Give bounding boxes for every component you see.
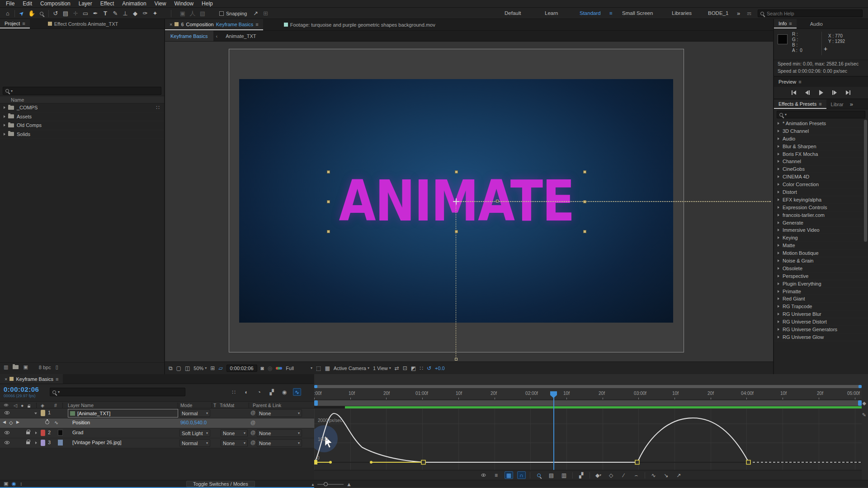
effects-category-row[interactable]: Red Giant bbox=[774, 295, 868, 303]
workspace-small-screen[interactable]: Small Screen bbox=[622, 8, 653, 19]
panel-menu-icon[interactable]: ≡ bbox=[22, 21, 25, 26]
expander-icon[interactable] bbox=[778, 198, 779, 201]
add-keyframe-icon[interactable]: ◆▾ bbox=[594, 471, 603, 479]
col-parent-link[interactable]: Parent & Link bbox=[253, 403, 281, 408]
menu-item[interactable]: Help bbox=[198, 0, 217, 8]
navigator-start-handle[interactable] bbox=[314, 385, 317, 388]
project-bit-depth[interactable]: 8 bpc bbox=[39, 365, 51, 370]
zoom-tool-icon[interactable] bbox=[37, 9, 47, 18]
view-layout-dropdown[interactable]: 1 View▾ bbox=[373, 366, 391, 371]
bezier-interpolation-icon[interactable]: ⌢ bbox=[632, 471, 641, 479]
anchor-point[interactable] bbox=[453, 198, 459, 205]
stopwatch-icon[interactable] bbox=[45, 420, 49, 425]
channels-icon[interactable] bbox=[276, 367, 282, 370]
menu-item[interactable]: File bbox=[2, 0, 19, 8]
expander-icon[interactable] bbox=[778, 214, 779, 216]
menu-item[interactable]: Composition bbox=[36, 0, 75, 8]
reset-exposure-icon[interactable]: ↺ bbox=[427, 365, 431, 371]
layer-name[interactable]: [Vintage Paper 26.jpg] bbox=[72, 440, 122, 445]
view-tab-keyframe-basics[interactable]: Keyframe Basics bbox=[165, 31, 213, 41]
draft-3d-icon[interactable]: ◐ bbox=[242, 388, 250, 396]
camera-tool-icon[interactable]: ▤ bbox=[61, 9, 71, 18]
frame-blending-icon[interactable]: ▞ bbox=[268, 388, 276, 396]
scrollbar-thumb[interactable] bbox=[864, 120, 867, 242]
menu-item[interactable]: Effect bbox=[96, 0, 118, 8]
blend-mode-dropdown[interactable]: Normal▾ bbox=[179, 409, 210, 417]
choose-properties-icon[interactable] bbox=[479, 471, 488, 479]
effects-category-row[interactable]: Generate bbox=[774, 219, 868, 227]
linear-interpolation-icon[interactable]: ∕ bbox=[619, 471, 628, 479]
roto-brush-tool-icon[interactable]: ✑ bbox=[140, 9, 150, 18]
effects-category-row[interactable]: CineGobs bbox=[774, 165, 868, 173]
parent-dropdown[interactable]: None▾ bbox=[257, 429, 302, 437]
eraser-tool-icon[interactable]: ◆ bbox=[130, 9, 140, 18]
new-folder-icon[interactable] bbox=[13, 365, 19, 370]
search-help-input[interactable] bbox=[767, 11, 848, 16]
angle-snap-icon[interactable]: ↗ bbox=[251, 9, 261, 18]
expander-icon[interactable] bbox=[778, 328, 779, 331]
keyframe-nav-left-icon[interactable]: ◀ bbox=[3, 420, 6, 424]
expander-icon[interactable] bbox=[778, 236, 779, 239]
tab-info[interactable]: Info≡ bbox=[774, 19, 797, 28]
panel-menu-icon[interactable]: ≡ bbox=[56, 376, 58, 382]
project-folder-row[interactable]: Old Comps bbox=[0, 121, 164, 130]
effects-category-row[interactable]: * Animation Presets bbox=[774, 120, 868, 127]
expander-icon[interactable] bbox=[778, 153, 779, 155]
menu-item[interactable]: Layer bbox=[75, 0, 96, 8]
blend-mode-dropdown[interactable]: Soft Light▾ bbox=[179, 429, 210, 437]
trkmat-dropdown[interactable]: None▾ bbox=[221, 439, 248, 447]
tab-libraries[interactable]: Librar bbox=[826, 99, 848, 109]
visibility-eye-icon[interactable] bbox=[5, 440, 9, 445]
tab-effects-presets[interactable]: Effects & Presets≡ bbox=[774, 99, 826, 109]
effects-search-box[interactable]: ▾ bbox=[777, 111, 865, 118]
expander-icon[interactable] bbox=[778, 244, 779, 247]
visibility-eye-icon[interactable] bbox=[5, 430, 9, 435]
pickwhip-icon[interactable]: @ bbox=[250, 410, 255, 415]
always-preview-icon[interactable]: ⧉ bbox=[169, 365, 173, 371]
lock-icon[interactable] bbox=[26, 440, 30, 445]
zoom-out-mountain-icon[interactable]: ▲ bbox=[311, 483, 315, 487]
workspace-settings-icon[interactable]: ⚎ bbox=[747, 8, 751, 19]
comp-button-icon[interactable]: ✎ bbox=[862, 412, 866, 418]
play-button[interactable] bbox=[816, 89, 826, 96]
col-mode[interactable]: Mode bbox=[180, 403, 192, 408]
expander-icon[interactable] bbox=[778, 221, 779, 224]
effects-category-row[interactable]: Motion Boutique bbox=[774, 249, 868, 257]
last-frame-button[interactable] bbox=[843, 89, 853, 96]
tab-footage[interactable]: Footage: turquoise and purple geometric … bbox=[279, 19, 440, 30]
comp-timecode[interactable]: 0:00:02:06 bbox=[226, 365, 257, 372]
transform-box-icon[interactable]: ▦ bbox=[505, 471, 513, 479]
time-ruler[interactable]: :00f 10f 20f 01:00f 10f 20f 02:00f 10f 2… bbox=[314, 389, 862, 400]
speed-graph[interactable]: 2000 px/sec 1000 0 bbox=[314, 409, 862, 470]
tab-composition[interactable]: × 6 Composition Keyframe Basics ≡ bbox=[165, 19, 263, 30]
mini-flowchart-icon[interactable]: ∷ bbox=[230, 388, 238, 396]
project-search-box[interactable]: ▾ bbox=[3, 87, 161, 95]
property-row-position[interactable]: ◀ ◇ ▶ ∿ Position 960.0,540.0 @ bbox=[0, 418, 314, 428]
expander-icon[interactable] bbox=[778, 275, 779, 277]
first-frame-button[interactable] bbox=[789, 89, 799, 96]
zoom-in-mountain-icon[interactable]: ▲ bbox=[346, 481, 352, 488]
effects-category-row[interactable]: RG Universe Blur bbox=[774, 310, 868, 318]
clone-stamp-tool-icon[interactable]: ⊥ bbox=[120, 9, 130, 18]
show-snapshot-icon[interactable]: ◎ bbox=[268, 365, 272, 371]
work-area-start-handle[interactable] bbox=[314, 400, 318, 406]
effects-category-row[interactable]: Blur & Sharpen bbox=[774, 143, 868, 150]
twirl-icon[interactable] bbox=[35, 440, 37, 445]
menu-item[interactable]: Window bbox=[170, 0, 198, 8]
auto-zoom-icon[interactable] bbox=[534, 471, 543, 479]
graph-toggle-icon[interactable]: ∿ bbox=[54, 420, 58, 426]
easy-ease-out-icon[interactable]: ↗ bbox=[675, 471, 683, 479]
expander-icon[interactable] bbox=[778, 206, 779, 209]
puppet-pin-tool-icon[interactable]: ✦ bbox=[150, 9, 160, 18]
blend-mode-dropdown[interactable]: Normal▾ bbox=[179, 439, 210, 447]
current-timecode[interactable]: 0:00:02:06 bbox=[4, 385, 39, 393]
effects-category-row[interactable]: CINEMA 4D bbox=[774, 173, 868, 181]
next-frame-button[interactable] bbox=[830, 89, 840, 96]
camera-dropdown[interactable]: Active Camera▾ bbox=[334, 366, 369, 371]
selection-handle[interactable] bbox=[327, 230, 330, 233]
rotation-tool-icon[interactable]: ↺ bbox=[51, 9, 61, 18]
menu-item[interactable]: Animation bbox=[118, 0, 150, 8]
workspace-bode-1[interactable]: BODE_1 bbox=[708, 8, 728, 19]
expander-icon[interactable] bbox=[778, 336, 779, 338]
workspace-standard[interactable]: Standard bbox=[580, 8, 601, 19]
